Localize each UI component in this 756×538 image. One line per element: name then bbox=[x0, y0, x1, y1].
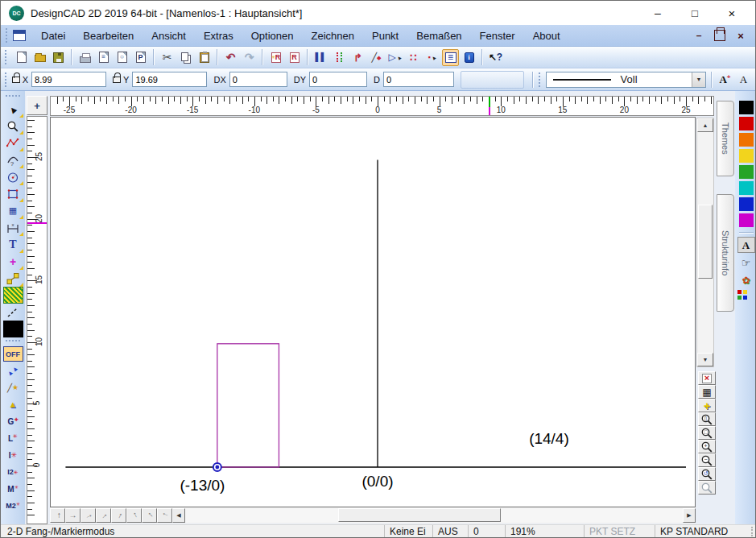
select-handles-icon[interactable]: ∷ bbox=[405, 49, 422, 66]
symbols-button[interactable] bbox=[737, 290, 755, 306]
coordinate-annotation-2[interactable]: (14/4) bbox=[529, 430, 569, 447]
zoom-window-icon[interactable]: □ bbox=[698, 426, 716, 440]
menu-item-bearbeiten[interactable]: Bearbeiten bbox=[74, 27, 143, 44]
move-icon[interactable]: ↱ bbox=[349, 49, 366, 66]
lock-icon-y[interactable] bbox=[113, 77, 121, 83]
connect-tool[interactable] bbox=[3, 270, 23, 287]
resize-grip[interactable] bbox=[745, 527, 753, 536]
color-swatch-2[interactable] bbox=[739, 133, 754, 147]
scroll-left-button[interactable]: ◀ bbox=[172, 508, 185, 523]
symbol-load-icon[interactable]: R bbox=[286, 49, 303, 66]
coord-input-dy[interactable] bbox=[309, 72, 367, 87]
select-outline-icon[interactable]: ▷▲ bbox=[386, 49, 403, 66]
text-tool[interactable]: T bbox=[3, 236, 23, 253]
multi-rect-tool[interactable]: ▦ bbox=[3, 202, 23, 219]
dir-right-button[interactable]: → bbox=[65, 508, 81, 523]
grid-icon[interactable]: ▦ bbox=[698, 385, 716, 399]
copy-icon[interactable] bbox=[177, 49, 194, 66]
menu-item-punkt[interactable]: Punkt bbox=[363, 27, 407, 44]
line-style-dropdown[interactable]: Voll ▼ bbox=[546, 72, 706, 88]
pan-button[interactable]: + bbox=[27, 96, 48, 115]
vertical-scroll-thumb[interactable] bbox=[698, 205, 713, 279]
toolbar-grip[interactable] bbox=[5, 50, 8, 64]
zoom-refresh-icon[interactable]: ↺ bbox=[698, 467, 716, 481]
help-pointer-icon[interactable]: ↖? bbox=[487, 49, 504, 66]
print-preview-icon[interactable]: ○ bbox=[114, 49, 130, 66]
menu-item-ansicht[interactable]: Ansicht bbox=[143, 27, 195, 44]
hand-pointer-button[interactable]: ☞ bbox=[737, 255, 755, 271]
line-style-dropdown-arrow-icon[interactable]: ▼ bbox=[692, 72, 705, 87]
coordbar-grip[interactable] bbox=[5, 72, 8, 87]
snap-midpoint-tool[interactable]: M✳ bbox=[3, 481, 23, 498]
menu-item-about[interactable]: About bbox=[524, 27, 569, 44]
zoom-out-icon[interactable]: − bbox=[698, 453, 716, 467]
maximize-button[interactable]: □ bbox=[677, 2, 713, 23]
dir-up-button[interactable]: → bbox=[50, 508, 65, 523]
font-style-button[interactable]: A bbox=[737, 237, 755, 253]
color-swatch-3[interactable] bbox=[739, 149, 754, 163]
menu-item-optionen[interactable]: Optionen bbox=[242, 27, 303, 44]
menu-item-zeichnen[interactable]: Zeichnen bbox=[303, 27, 363, 44]
color-swatch-4[interactable] bbox=[739, 165, 754, 179]
child-close-button[interactable]: × bbox=[735, 30, 746, 41]
color-swatch-current[interactable] bbox=[3, 321, 23, 337]
dir-up-left-30-button[interactable]: → bbox=[157, 508, 172, 523]
undo-icon[interactable]: ↶ bbox=[222, 49, 239, 66]
cut-icon[interactable]: ✂ bbox=[159, 49, 176, 66]
close-view-icon[interactable]: × bbox=[698, 371, 716, 385]
menu-item-bemaßen[interactable]: Bemaßen bbox=[407, 27, 470, 44]
scroll-right-button[interactable]: ▶ bbox=[683, 508, 696, 523]
line-diamond-icon[interactable]: ╱◆ bbox=[368, 49, 385, 66]
snap-intersect2-tool[interactable]: I2✳ bbox=[3, 464, 23, 481]
minimize-button[interactable]: – bbox=[640, 2, 675, 23]
dir-up-right-60-button[interactable]: → bbox=[111, 508, 126, 523]
redo-icon[interactable]: ↷ bbox=[241, 49, 258, 66]
coord-input-y[interactable] bbox=[132, 72, 207, 87]
select-point-icon[interactable]: ▪▲ bbox=[423, 49, 440, 66]
zoom-previous-icon[interactable]: ▯ bbox=[698, 412, 716, 426]
save-icon[interactable] bbox=[50, 49, 67, 66]
menu-item-extras[interactable]: Extras bbox=[195, 27, 242, 44]
dir-up-left-45-button[interactable]: → bbox=[142, 508, 157, 523]
lock-icon-x[interactable] bbox=[12, 77, 20, 83]
circle-tool[interactable] bbox=[3, 168, 23, 185]
info-panel-icon[interactable]: ≡ bbox=[442, 49, 459, 66]
color-swatch-5[interactable] bbox=[739, 181, 754, 195]
scroll-down-button[interactable]: ▼ bbox=[697, 353, 713, 366]
drawing-canvas[interactable]: (-13/0)(0/0)(14/4) bbox=[50, 117, 696, 507]
hatch-tool[interactable] bbox=[3, 287, 23, 304]
print-icon[interactable] bbox=[76, 49, 93, 66]
tab-themes[interactable]: Themes bbox=[717, 101, 734, 176]
snap-palette-grip[interactable] bbox=[6, 340, 20, 343]
symbol-new-icon[interactable]: ✳R bbox=[267, 49, 284, 66]
child-restore-button[interactable] bbox=[714, 30, 725, 41]
coord-input-x[interactable] bbox=[31, 72, 106, 87]
color-swatch-0[interactable] bbox=[739, 101, 754, 114]
horizontal-scroll-thumb[interactable] bbox=[338, 508, 501, 522]
new-file-icon[interactable] bbox=[13, 49, 30, 66]
select-mode-tool[interactable]: ▲▲ bbox=[3, 362, 23, 379]
point-markers-icon[interactable] bbox=[331, 49, 348, 66]
set-point-dot[interactable] bbox=[215, 466, 219, 470]
color-swatch-7[interactable] bbox=[739, 213, 754, 227]
snap-line-tool[interactable]: L✳ bbox=[3, 430, 23, 447]
dimension-tool[interactable]: x bbox=[3, 219, 23, 236]
vertical-scrollbar[interactable]: ▲ ▼ bbox=[696, 118, 714, 367]
left-palette-grip[interactable] bbox=[6, 95, 20, 98]
dir-up-right-30-button[interactable]: → bbox=[81, 508, 96, 523]
point-tool[interactable]: + bbox=[3, 253, 23, 270]
snap-intersect-tool[interactable]: I✳ bbox=[3, 447, 23, 464]
scroll-up-button[interactable]: ▲ bbox=[697, 118, 713, 132]
open-file-icon[interactable] bbox=[31, 49, 48, 66]
coord-input-dx[interactable] bbox=[229, 72, 287, 87]
close-button[interactable]: × bbox=[714, 2, 750, 23]
palette-button[interactable]: ✿ bbox=[737, 272, 755, 288]
color-swatch-1[interactable] bbox=[739, 117, 754, 130]
paste-icon[interactable] bbox=[196, 49, 213, 66]
print-setup-icon[interactable]: ≡ bbox=[95, 49, 112, 66]
rectangle-tool[interactable] bbox=[3, 185, 23, 202]
horizontal-scrollbar[interactable] bbox=[185, 508, 683, 523]
child-minimize-button[interactable]: – bbox=[693, 30, 704, 41]
snap-off-button[interactable]: OFF bbox=[3, 346, 23, 362]
coordinate-annotation-1[interactable]: (0/0) bbox=[361, 473, 393, 490]
